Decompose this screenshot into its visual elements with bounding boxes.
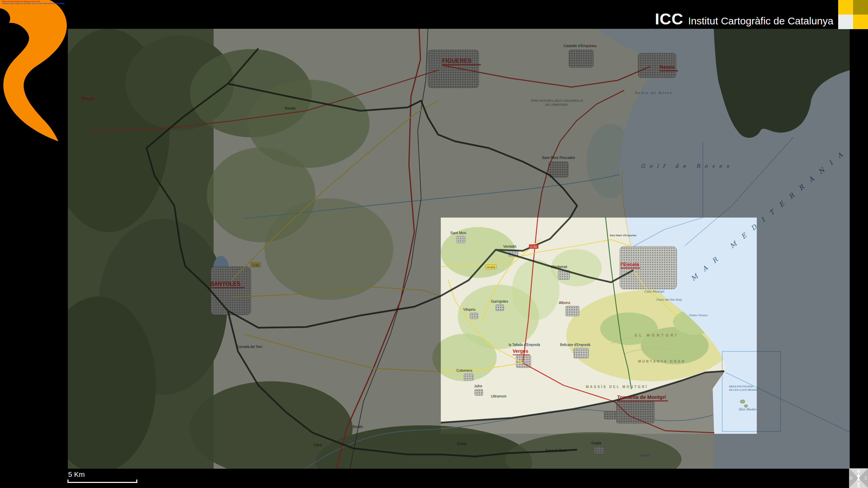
compass-west-label: O <box>849 476 852 481</box>
sheet-selection-highlight[interactable] <box>441 218 757 434</box>
scale-bar-rule <box>67 480 137 483</box>
scale-bar-label: 5 Km <box>68 470 137 479</box>
brand-org-name: Institut Cartogràfic de Catalunya <box>688 15 833 27</box>
swirl-shape <box>0 0 67 141</box>
compass-east-label: E <box>865 476 867 481</box>
square-yellow-br <box>853 15 868 29</box>
brand: ICC Institut Cartogràfic de Catalunya <box>655 9 833 28</box>
sheet-selector-map[interactable]: C-31 GI-623 C-66 FIGUERES Roses Castelló… <box>68 29 850 469</box>
icc-orange-swirl-logo <box>0 0 71 146</box>
square-gold-tr <box>853 0 868 15</box>
brand-squares-logo <box>838 0 868 29</box>
compass-pan-control[interactable]: N S O E <box>849 468 868 488</box>
icc-map-viewer: ICC Institut Cartogràfic de Catalunya Si… <box>0 0 868 488</box>
compass-north-label: N <box>857 469 860 474</box>
header-bar: ICC Institut Cartogràfic de Catalunya <box>0 0 868 29</box>
instruction-notice: Situeu el ratolí damunt del mapa per tri… <box>2 0 64 4</box>
square-gray-bl <box>838 15 853 29</box>
square-yellow-tl <box>838 0 853 15</box>
brand-acronym: ICC <box>655 9 683 28</box>
topographic-map[interactable]: C-31 GI-623 C-66 FIGUERES Roses Castelló… <box>68 29 850 469</box>
scale-bar: 5 Km <box>67 470 137 483</box>
notice-line-2: Premeu el botó esquerre i feu doble clic… <box>2 2 64 4</box>
